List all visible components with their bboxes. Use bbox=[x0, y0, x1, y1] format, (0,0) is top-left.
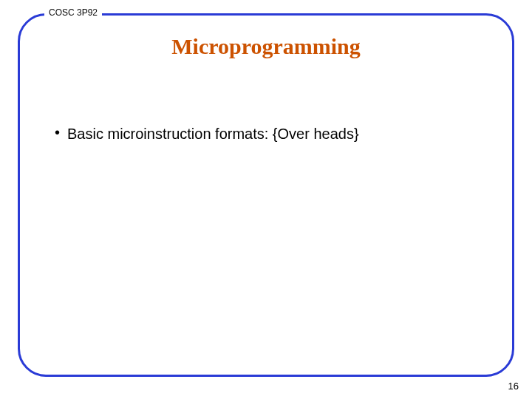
bullet-item: • Basic microinstruction formats: {Over … bbox=[55, 126, 359, 143]
bullet-text: Basic microinstruction formats: {Over he… bbox=[67, 126, 359, 143]
slide-title: Microprogramming bbox=[0, 34, 532, 59]
course-code-tag: COSC 3P92 bbox=[44, 7, 102, 18]
page-number: 16 bbox=[508, 381, 519, 392]
slide-frame bbox=[18, 13, 514, 377]
bullet-dot-icon: • bbox=[55, 125, 60, 140]
